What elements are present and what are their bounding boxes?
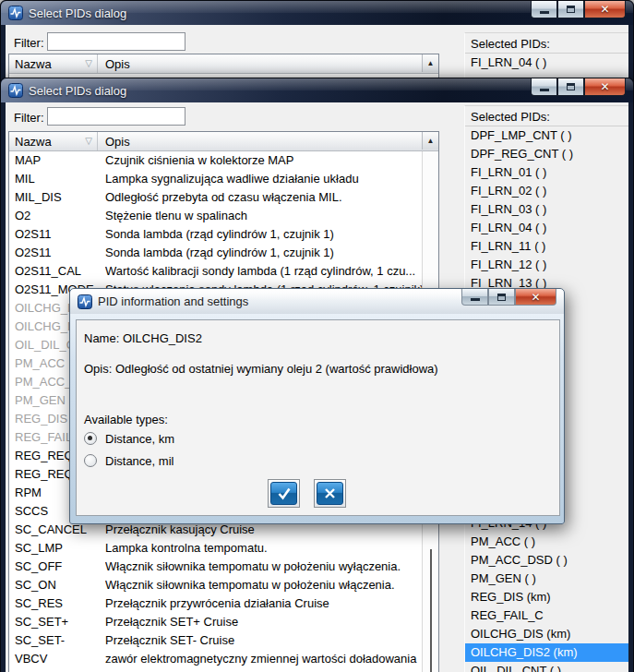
table-row[interactable]: VBCVzawór elektromagnetyczny zmiennej wa… [9,650,423,668]
column-header-nazwa[interactable]: Nazwa ▽ [9,54,98,73]
selected-pid-item[interactable]: OILCHG_DIS (km) [465,625,628,643]
minimize-icon [540,11,549,14]
table-row[interactable]: O2S11Sonda lambda (rząd cylindrów 1, czu… [9,225,423,244]
column-header-opis[interactable]: Opis [98,132,422,150]
filter-label: Filter: [14,36,44,50]
pid-name-cell: O2S11 [9,244,105,262]
pid-opis-cell: Lampka kontrolna tempomatu. [105,539,423,558]
table-row[interactable]: SC_RESPrzełącznik przywrócenia działania… [9,594,423,613]
pid-opis-cell: zawór elektromagnetyczny zmiennej wartoś… [105,650,423,668]
pid-opis-cell: Przełącznik SET+ Cruise [105,613,423,631]
selected-pid-item[interactable]: REG_FAIL_C [465,606,628,625]
selected-pid-item[interactable]: REG_DIS (km) [465,588,628,606]
selected-pids-header: Selected PIDs: [465,106,628,126]
table-row[interactable]: SC_SET-Przełącznik SET- Cruise [9,631,423,650]
minimize-button[interactable] [531,78,557,96]
table-row[interactable]: SC_SET+Przełącznik SET+ Cruise [9,613,423,631]
table-header: Nazwa ▽ Opis ▲ [9,132,438,151]
selected-pid-item[interactable]: DPF_LMP_CNT ( ) [465,126,628,145]
pid-opis-cell: Sonda lambda (rząd cylindrów 1, czujnik … [105,225,423,244]
table-row[interactable]: O2S11Sonda lambda (rząd cylindrów 1, czu… [9,244,423,262]
triangle-up-icon: ▲ [427,59,435,67]
close-button[interactable]: ✕ [584,1,626,18]
maximize-button[interactable] [557,1,584,18]
sort-desc-icon: ▽ [85,136,92,146]
pid-opis-cell: Włącznik siłownika tempomatu w położeniu… [105,576,423,594]
pid-name-cell: MIL_DIS [9,188,105,207]
minimize-button[interactable] [461,289,488,306]
cancel-button[interactable] [314,479,346,508]
radio-icon[interactable] [84,432,97,445]
app-icon [8,6,23,20]
selected-pid-item[interactable]: PM_GEN ( ) [465,570,628,588]
table-row[interactable]: O2Stężenie tlenu w spalinach [9,207,423,225]
ok-button[interactable] [268,479,300,508]
pid-name-cell: SC_LMP [9,539,105,558]
sort-desc-icon: ▽ [85,58,92,68]
close-icon: ✕ [600,3,609,16]
selected-pid-item[interactable]: OILCHG_DIS2 (km) [465,643,628,662]
selected-pid-item[interactable]: FI_LRN_11 ( ) [465,237,628,256]
dialog-content: Name: OILCHG_DIS2 Opis: Odległość od ost… [76,319,560,516]
filter-input[interactable] [47,32,185,51]
checkmark-icon [270,482,297,505]
selected-pid-item[interactable]: FI_LRN_03 ( ) [465,200,628,219]
table-row[interactable]: MILLampka sygnalizująca wadliwe działani… [9,170,423,188]
radio-label: Distance, km [105,432,174,446]
selected-pid-item[interactable]: OIL_DIL_CNT ( ) [465,662,628,672]
pid-opis-cell: Wartość kalibracji sondy lambda (1 rząd … [105,262,423,281]
app-icon [78,294,92,309]
minimize-button[interactable] [531,1,557,18]
scrollbar-thumb[interactable] [430,549,432,672]
pid-opis-cell: Czujnik ciśnienia w kolektorze MAP [105,151,423,170]
selected-pid-item[interactable]: FI_LRN_01 ( ) [465,163,628,182]
radio-option[interactable]: Distance, km [84,431,174,446]
selected-pid-item[interactable]: PM_ACC_DSD ( ) [465,551,628,570]
column-header-label: Nazwa [15,57,52,71]
maximize-button[interactable] [488,289,515,306]
radio-icon[interactable] [84,454,97,467]
pid-name-cell: SC_SET+ [9,613,105,631]
minimize-icon [471,298,480,301]
pid-opis-line: Opis: Odległość od ostatniej wymiany ole… [84,362,438,376]
selected-pids-header: Selected PIDs: [465,33,628,54]
selected-pid-item[interactable]: PM_ACC ( ) [465,533,628,551]
selected-pids-panel: Selected PIDs: FI_LRN_04 ( ) [464,32,628,82]
filter-input[interactable] [47,107,185,126]
titlebar: PID information and settings ✕ [70,289,564,314]
pid-name-cell: SC_OFF [9,558,105,576]
scroll-up-button[interactable]: ▲ [422,132,438,150]
pid-name-cell: MAP [9,151,105,170]
close-icon: ✕ [531,291,540,304]
table-row[interactable]: SC_ONWłącznik siłownika tempomatu w poło… [9,576,423,594]
selected-pid-item[interactable]: FI_LRN_04 ( ) [465,54,628,72]
maximize-icon [567,83,575,90]
filter-label: Filter: [14,111,44,125]
selected-pid-item[interactable]: FI_LRN_02 ( ) [465,182,628,200]
pid-name-line: Name: OILCHG_DIS2 [84,331,202,345]
selected-pid-item[interactable]: DPF_REG_CNT ( ) [465,145,628,163]
selected-pid-item[interactable]: FI_LRN_04 ( ) [465,219,628,237]
close-button[interactable]: ✕ [584,78,626,96]
close-button[interactable]: ✕ [515,289,556,306]
pid-info-dialog: PID information and settings ✕ Name: OIL… [69,288,565,524]
scroll-up-button[interactable]: ▲ [422,54,438,72]
triangle-up-icon: ▲ [427,137,435,145]
column-header-opis[interactable]: Opis [98,54,422,73]
radio-option[interactable]: Distance, mil [84,453,174,468]
radio-label: Distance, mil [105,454,173,468]
table-row[interactable]: MAPCzujnik ciśnienia w kolektorze MAP [9,151,423,170]
close-icon: ✕ [600,80,609,93]
table-row[interactable]: SC_OFFWłącznik siłownika tempomatu w poł… [9,558,423,576]
maximize-button[interactable] [557,78,584,96]
maximize-icon [567,6,575,13]
window-title: Select PIDs dialog [29,6,126,20]
table-row[interactable]: SC_LMPLampka kontrolna tempomatu. [9,539,423,558]
pid-name-cell: SC_ON [9,576,105,594]
column-header-nazwa[interactable]: Nazwa ▽ [9,132,98,150]
selected-pid-item[interactable]: FI_LRN_12 ( ) [465,256,628,274]
table-header: Nazwa ▽ Opis ▲ [9,54,438,74]
table-row[interactable]: O2S11_CALWartość kalibracji sondy lambda… [9,262,423,281]
table-row[interactable]: MIL_DISOdległość przebyta od czasu włącz… [9,188,423,207]
pid-opis-cell: Lampka sygnalizująca wadliwe działanie u… [105,170,423,188]
